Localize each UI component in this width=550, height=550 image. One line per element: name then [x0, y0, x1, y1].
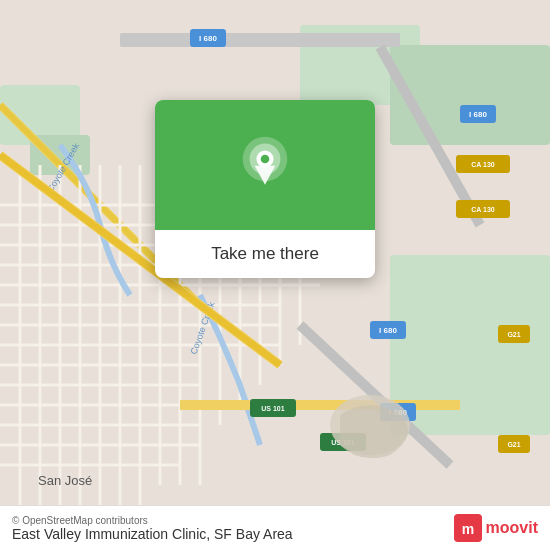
svg-rect-9	[120, 33, 400, 47]
card-map-area	[155, 100, 375, 230]
svg-text:I 680: I 680	[379, 326, 397, 335]
location-name: East Valley Immunization Clinic, SF Bay …	[12, 526, 293, 542]
moovit-logo: m moovit	[454, 514, 538, 542]
moovit-brand-icon: m	[454, 514, 482, 542]
attribution-text: © OpenStreetMap contributors	[12, 515, 293, 526]
svg-rect-2	[390, 45, 550, 145]
svg-text:G21: G21	[507, 331, 520, 338]
location-pin-icon	[235, 135, 295, 195]
svg-point-71	[261, 155, 270, 164]
svg-text:I 680: I 680	[469, 110, 487, 119]
svg-text:I 680: I 680	[199, 34, 217, 43]
svg-text:CA 130: CA 130	[471, 161, 495, 168]
map-container: I 680 I 680 CA 130 CA 130	[0, 0, 550, 550]
svg-text:San José: San José	[38, 473, 92, 488]
svg-text:CA 130: CA 130	[471, 206, 495, 213]
svg-text:US 101: US 101	[261, 405, 284, 412]
svg-text:G21: G21	[507, 441, 520, 448]
card-button-area[interactable]: Take me there	[155, 230, 375, 278]
bottom-bar: © OpenStreetMap contributors East Valley…	[0, 505, 550, 550]
svg-text:m: m	[461, 521, 473, 537]
moovit-brand-text: moovit	[486, 519, 538, 537]
navigation-card: Take me there	[155, 100, 375, 278]
bottom-left: © OpenStreetMap contributors East Valley…	[12, 515, 293, 542]
take-me-there-button[interactable]: Take me there	[211, 244, 319, 264]
